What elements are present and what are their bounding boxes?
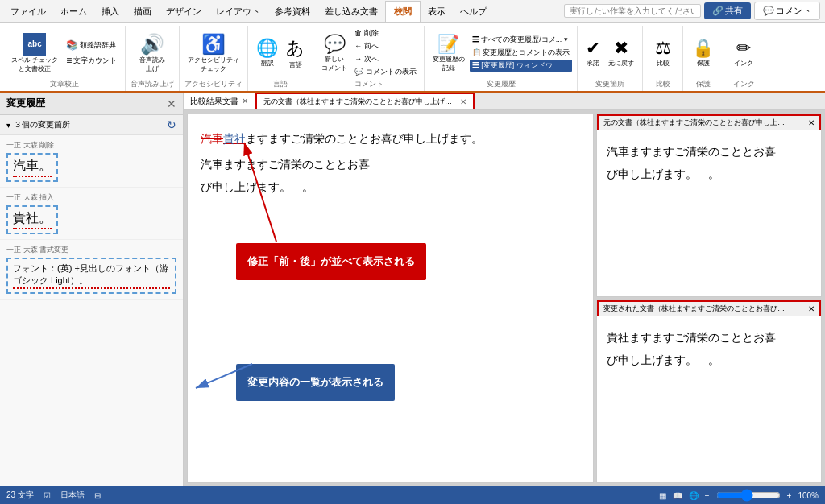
accept-button[interactable]: ✔ 承諾: [582, 36, 603, 69]
tab-design[interactable]: デザイン: [159, 1, 209, 22]
view-normal-icon[interactable]: ▦: [659, 491, 666, 500]
doc-pane-main: 汽車貴社ますますご清栄のこととお喜び申し上げます。 汽車ますますご清栄のこととお…: [187, 114, 594, 483]
ribbon-group-compare: ⚖ 比較 比較: [643, 26, 683, 91]
language-label: 日本語: [60, 490, 85, 501]
tab-draw[interactable]: 描画: [126, 1, 159, 22]
comments-group-label: コメント: [354, 79, 383, 89]
ink-button[interactable]: ✏ インク: [731, 36, 757, 69]
ribbon-group-tracking: 📝 変更履歴の記録 ☰ すべての変更履歴/コメ... ▾ 📋 変更履歴とコメント…: [425, 26, 578, 91]
doc-split-view: 汽車貴社ますますご清栄のこととお喜び申し上げます。 汽車ますますご清栄のこととお…: [184, 110, 825, 486]
doc-tab-compare[interactable]: 比較結果文書 ✕: [184, 93, 255, 109]
sidebar-item-3-content: フォント：(英) +見出しのフォント（游ゴシック Light）。: [6, 258, 176, 294]
close-tab-original[interactable]: ✕: [460, 97, 466, 106]
close-tab-compare[interactable]: ✕: [242, 97, 248, 105]
doc-pane-original: 元の文書（株社ますますご清栄のこととお喜び申し上げます.docx ー 正 大森）…: [596, 114, 822, 297]
ribbon-tabs-row: ファイル ホーム 挿入 描画 デザイン レイアウト 参考資料 差し込み文書 校閲…: [0, 0, 825, 23]
doc-pane-modified: 変更された文書（株社ますますご清栄のこととお喜び申し上げます（修正後）.d ✕ …: [596, 300, 822, 483]
doc-tabs-row: 比較結果文書 ✕ 元の文書（株社ますますご清栄のこととお喜び申し上げます.doc…: [184, 93, 825, 110]
sidebar-item-3-text: フォント：(英) +見出しのフォント（游ゴシック Light）。: [13, 263, 168, 285]
ribbon-group-accessibility: ♿ アクセシビリティチェック アクセシビリティ: [180, 26, 248, 91]
view-read-icon[interactable]: 📖: [673, 491, 682, 500]
show-changes-button[interactable]: 📋 変更履歴とコメントの表示: [470, 47, 573, 59]
doc-pane-original-tab[interactable]: 元の文書（株社ますますご清栄のこととお喜び申し上げます.docx ー 正 大森）…: [597, 114, 821, 130]
sidebar-close-button[interactable]: ✕: [167, 97, 176, 110]
track-changes-button[interactable]: 📝 変更履歴の記録: [429, 32, 468, 74]
sidebar-item-1-content: 汽車。: [6, 153, 58, 182]
sidebar-item-1-text: 汽車。: [13, 159, 52, 172]
accessibility-button[interactable]: ♿ アクセシビリティチェック: [184, 31, 243, 75]
comment-button[interactable]: 💬 コメント: [754, 2, 820, 20]
tracking-group-label: 変更履歴: [487, 79, 516, 89]
sidebar-item-2-header: 一正 大森 挿入: [6, 192, 176, 203]
sidebar-item-1[interactable]: 一正 大森 削除 汽車。: [0, 135, 183, 188]
search-input[interactable]: [564, 4, 701, 18]
doc-area: 比較結果文書 ✕ 元の文書（株社ますますご清栄のこととお喜び申し上げます.doc…: [184, 93, 825, 486]
main-area: 変更履歴 ✕ ▾ ３個の変更箇所 ↻ 一正 大森 削除 汽車。 一: [0, 93, 825, 486]
doc-pane-modified-content: 貴社ますますご清栄のこととお喜 び申し上げます。 。: [597, 316, 821, 482]
doc-pane-modified-tab[interactable]: 変更された文書（株社ますますご清栄のこととお喜び申し上げます（修正後）.d ✕: [597, 300, 821, 316]
compare-group-label: 比較: [656, 79, 670, 89]
tab-layout[interactable]: レイアウト: [209, 1, 267, 22]
tab-mailings[interactable]: 差し込み文書: [317, 1, 385, 22]
word-count: 23 文字: [6, 490, 34, 501]
sidebar-item-2-text: 貴社。: [13, 211, 52, 225]
tab-review[interactable]: 校閲: [385, 1, 421, 22]
app-container: ファイル ホーム 挿入 描画 デザイン レイアウト 参考資料 差し込み文書 校閲…: [0, 0, 825, 504]
tab-view[interactable]: 表示: [421, 1, 453, 22]
sidebar-item-3-header: 一正 大森 書式変更: [6, 245, 176, 255]
sidebar-header: 変更履歴 ✕: [0, 93, 183, 115]
ribbon-group-changes: ✔ 承諾 ✖ 元に戻す 変更箇所: [578, 26, 643, 91]
accessibility-group-label: アクセシビリティ: [184, 79, 243, 89]
protect-group-label: 保護: [696, 79, 711, 89]
view-web-icon[interactable]: 🌐: [689, 491, 699, 500]
tab-insert[interactable]: 挿入: [94, 1, 126, 22]
show-all-changes-button[interactable]: ☰ すべての変更履歴/コメ... ▾: [470, 34, 573, 46]
next-comment-button[interactable]: → 次へ: [352, 53, 419, 65]
zoom-level: 100%: [798, 491, 819, 500]
status-bar-right: ▦ 📖 🌐 − + 100%: [659, 490, 819, 501]
changes-window-button[interactable]: ☰ [変更履歴] ウィンドウ: [470, 60, 573, 72]
ribbon-group-spelling: abc スペル チェックと文書校正 📚 類義語辞典 ≡ 文字カウント 文章校正: [3, 26, 126, 91]
tab-file[interactable]: ファイル: [3, 1, 53, 22]
sidebar-item-3[interactable]: 一正 大森 書式変更 フォント：(英) +見出しのフォント（游ゴシック Ligh…: [0, 240, 183, 300]
deleted-text: 汽車: [201, 132, 223, 145]
sidebar-section-header: ▾ ３個の変更箇所 ↻: [0, 115, 183, 135]
close-original-pane[interactable]: ✕: [808, 118, 815, 127]
doc-tab-original[interactable]: 元の文書（株社ますますご清栄のこととお喜び申し上げます.docx ー 正 大森）…: [255, 93, 475, 109]
doc-main-text: 汽車貴社ますますご清栄のこととお喜び申し上げます。: [201, 127, 580, 150]
close-modified-pane[interactable]: ✕: [808, 304, 815, 313]
show-comments-button[interactable]: 💬 コメントの表示: [352, 66, 419, 78]
sidebar-item-2[interactable]: 一正 大森 挿入 貴社。: [0, 188, 183, 240]
prev-comment-button[interactable]: ← 前へ: [352, 40, 419, 52]
thesaurus-button[interactable]: 📚 類義語辞典: [63, 38, 120, 52]
tab-help[interactable]: ヘルプ: [453, 1, 494, 22]
changes-group-label: 変更箇所: [595, 79, 624, 89]
reject-button[interactable]: ✖ 元に戻す: [605, 36, 637, 69]
zoom-slider[interactable]: [716, 490, 781, 501]
spelling-button[interactable]: abc スペル チェックと文書校正: [8, 31, 61, 76]
compare-button[interactable]: ⚖ 比較: [652, 36, 674, 69]
wordcount-button[interactable]: ≡ 文字カウント: [63, 53, 120, 68]
doc-pane-original-content: 汽車ますますご清栄のこととお喜 び申し上げます。 。: [597, 130, 821, 296]
delete-comment-button[interactable]: 🗑 削除: [352, 27, 419, 39]
zoom-out-icon[interactable]: −: [705, 491, 710, 500]
zoom-in-icon[interactable]: +: [787, 491, 792, 500]
ink-group-label: インク: [733, 79, 755, 89]
tab-references[interactable]: 参考資料: [267, 1, 317, 22]
ribbon-group-ink: ✏ インク インク: [723, 26, 764, 91]
sidebar-title: 変更履歴: [6, 97, 45, 110]
translate-button[interactable]: 🌐 翻訳: [253, 36, 281, 69]
doc-main-text-2: 汽車ますますご清栄のこととお喜: [201, 153, 580, 176]
protect-button[interactable]: 🔒 保護: [689, 36, 717, 69]
new-comment-button[interactable]: 💬 新しいコメント: [318, 32, 350, 74]
spelling-group-label: 文章校正: [50, 79, 79, 89]
ribbon-group-protect: 🔒 保護 保護: [683, 26, 723, 91]
check-icon: ☑: [44, 491, 51, 500]
share-button[interactable]: 🔗 共有: [704, 2, 751, 19]
doc-right-column: 元の文書（株社ますますご清栄のこととお喜び申し上げます.docx ー 正 大森）…: [596, 114, 822, 483]
tab-home[interactable]: ホーム: [53, 1, 94, 22]
speech-button[interactable]: 🔊 音声読み上げ: [136, 31, 168, 75]
language-button[interactable]: あ 言語: [283, 35, 308, 71]
ribbon-group-comments: 💬 新しいコメント 🗑 削除 ← 前へ → 次へ 💬 コメントの表示 コメント: [313, 26, 425, 91]
sidebar-refresh-button[interactable]: ↻: [167, 118, 176, 131]
